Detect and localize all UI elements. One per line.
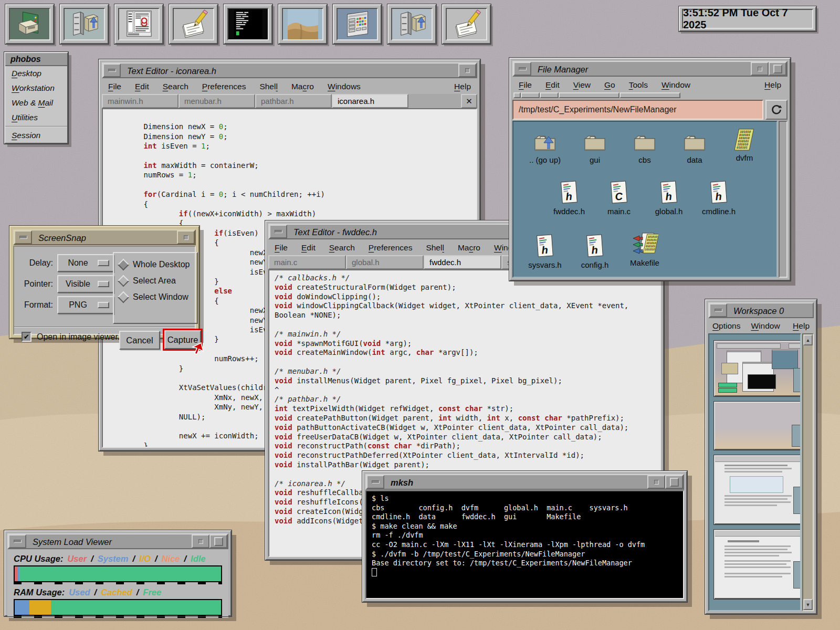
file-icon-area[interactable]: .. (go up) gui cbs (512, 121, 778, 278)
cancel-button[interactable]: Cancel (119, 331, 160, 350)
tab-global-h[interactable]: global.h (346, 255, 424, 269)
dock-item-file-manager-2[interactable] (387, 4, 436, 44)
menu-edit[interactable]: Edit (301, 243, 316, 253)
open-in-viewer-checkbox[interactable]: ✔ (22, 332, 32, 342)
path-segment-button[interactable] (513, 92, 521, 98)
dock-item-text-editor[interactable] (169, 4, 218, 44)
radio-whole-desktop[interactable]: Whole Desktop (119, 260, 197, 269)
dock-item-icon-editor[interactable] (333, 4, 382, 44)
window-menu-button[interactable] (14, 230, 32, 244)
file-item-makefile[interactable]: 101010010101101010 010101101010 Makefile (620, 233, 670, 267)
pointer-dropdown[interactable]: Visible (57, 275, 114, 293)
path-segment-button[interactable] (620, 92, 680, 98)
maximize-button[interactable] (209, 534, 227, 548)
menu-options[interactable]: Options (712, 321, 740, 331)
window-menu-button[interactable] (366, 475, 384, 489)
menu-macro[interactable]: Macro (458, 243, 480, 253)
path-segment-button[interactable] (521, 92, 540, 98)
menu-item-utilities[interactable]: Utilities (5, 110, 67, 125)
tab-close-button[interactable]: ✕ (461, 94, 477, 108)
maximize-button[interactable] (769, 62, 786, 76)
file-item-go-up[interactable]: .. (go up) (520, 130, 570, 164)
menu-shell[interactable]: Shell (426, 243, 444, 253)
file-item-global-h[interactable]: h global.h (644, 182, 694, 216)
dock-item-media-drive[interactable] (5, 4, 54, 44)
minimize-button[interactable] (647, 475, 665, 489)
scroll-down-icon[interactable]: ▼ (803, 599, 813, 610)
minimize-button[interactable] (458, 64, 476, 77)
workspace-scrollbar[interactable]: ▲ ▼ (802, 333, 814, 611)
menu-window[interactable]: Window (662, 80, 690, 90)
menu-edit[interactable]: Edit (135, 82, 149, 91)
menu-edit[interactable]: Edit (545, 80, 560, 90)
maximize-button[interactable] (665, 475, 683, 489)
scrollbar-track[interactable] (803, 345, 813, 599)
radio-select-area[interactable]: Select Area (119, 276, 197, 286)
titlebar[interactable]: Workspace 0 (708, 302, 814, 318)
menu-window[interactable]: Window (751, 321, 780, 331)
window-menu-button[interactable] (103, 64, 121, 77)
menu-item-web-mail[interactable]: Web & Mail (5, 96, 67, 110)
delay-dropdown[interactable]: None (57, 254, 114, 272)
workspace-thumbnail-2[interactable] (714, 402, 801, 450)
minimize-button[interactable] (192, 534, 209, 548)
menu-macro[interactable]: Macro (291, 82, 314, 91)
titlebar[interactable]: mksh (365, 474, 684, 490)
menu-preferences[interactable]: Preferences (369, 243, 413, 253)
menu-shell[interactable]: Shell (259, 82, 277, 91)
tab-pathbar-h[interactable]: pathbar.h (255, 94, 332, 108)
menu-item-workstation[interactable]: Workstation (5, 81, 67, 96)
menu-item-session[interactable]: Session (5, 128, 67, 143)
titlebar[interactable]: File Manager (512, 61, 788, 77)
menu-help[interactable]: Help (454, 82, 471, 91)
menu-go[interactable]: Go (604, 80, 615, 90)
scroll-up-icon[interactable]: ▲ (803, 334, 813, 345)
file-item-gui[interactable]: gui (570, 130, 620, 164)
menu-file[interactable]: File (108, 82, 121, 91)
radio-select-window[interactable]: Select Window (119, 292, 197, 302)
capture-button[interactable]: Capture (164, 330, 201, 349)
tab-main-c[interactable]: main.c (268, 255, 346, 269)
window-menu-button[interactable] (269, 225, 287, 238)
file-item-sysvars-h[interactable]: h sysvars.h (520, 235, 570, 269)
terminal-screen[interactable]: $ ls cbs config.h dvfm global.h main.c s… (365, 490, 684, 599)
workspace-thumbnail-1[interactable] (714, 341, 801, 396)
window-menu-button[interactable] (8, 534, 26, 548)
dock-item-terminal[interactable] (224, 4, 272, 44)
menu-search[interactable]: Search (329, 243, 355, 253)
menu-file[interactable]: File (519, 80, 532, 90)
dock-item-text-editor-2[interactable] (442, 4, 491, 44)
tab-mainwin-h[interactable]: mainwin.h (102, 94, 178, 108)
menu-preferences[interactable]: Preferences (202, 82, 246, 91)
titlebar[interactable]: System Load Viewer (7, 533, 228, 549)
menu-help[interactable]: Help (764, 80, 781, 90)
menu-view[interactable]: View (573, 80, 591, 90)
dock-item-image-viewer[interactable] (278, 4, 327, 44)
file-manager-scrollbar[interactable] (779, 121, 788, 278)
file-item-cmdline-h[interactable]: h cmdline.h (694, 182, 744, 216)
titlebar[interactable]: ScreenSnap (13, 229, 196, 245)
menu-windows[interactable]: Windows (328, 82, 361, 91)
file-item-main-c[interactable]: C main.c (594, 182, 644, 216)
refresh-button[interactable] (765, 100, 788, 120)
titlebar[interactable]: Text Editor - iconarea.h (102, 62, 477, 78)
window-menu-button[interactable] (513, 62, 531, 76)
file-item-config-h[interactable]: h config.h (570, 235, 620, 269)
tab-fwddec-h[interactable]: fwddec.h (424, 255, 501, 269)
address-field[interactable]: /tmp/test/C_Experiments/NewFileManager (512, 100, 763, 120)
minimize-button[interactable] (751, 62, 769, 76)
menu-tools[interactable]: Tools (629, 80, 648, 90)
dock-item-document-viewer[interactable] (114, 4, 163, 44)
format-dropdown[interactable]: PNG (57, 296, 114, 314)
workspace-thumbnail-4[interactable] (714, 530, 801, 599)
file-item-data[interactable]: data (669, 130, 720, 164)
tab-menubar-h[interactable]: menubar.h (178, 94, 255, 108)
file-item-fwddec-h[interactable]: h fwddec.h (544, 182, 594, 216)
dock-item-file-manager[interactable] (60, 4, 109, 44)
menu-item-desktop[interactable]: Desktop (5, 66, 67, 81)
workspace-thumbnail-3[interactable] (714, 455, 801, 524)
menu-file[interactable]: File (275, 243, 288, 253)
tab-iconarea-h[interactable]: iconarea.h (332, 94, 408, 108)
menu-help[interactable]: Help (793, 321, 810, 331)
path-segment-button[interactable] (559, 92, 620, 98)
